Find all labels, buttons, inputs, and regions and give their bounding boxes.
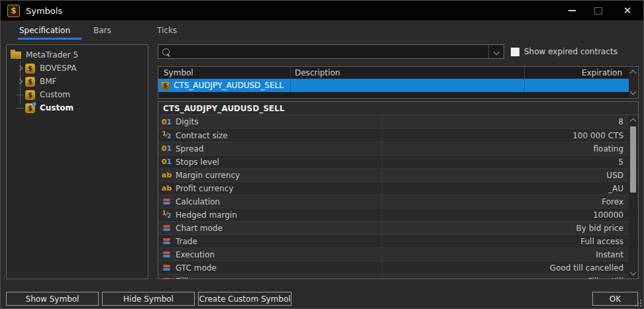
- spec-row[interactable]: CalculationForex: [158, 195, 638, 208]
- symbols-scrollbar[interactable]: [629, 67, 637, 97]
- property-value: floating: [593, 144, 623, 154]
- tree-item-label: Custom: [40, 90, 70, 99]
- numeric-icon: 01: [161, 157, 172, 167]
- property-name: Calculation: [176, 197, 220, 206]
- search-icon: [162, 48, 170, 56]
- column-header-symbol[interactable]: Symbol: [164, 68, 193, 77]
- spec-row[interactable]: 01Stops level5: [158, 155, 638, 168]
- property-value: _AU: [608, 184, 623, 193]
- ok-button[interactable]: OK: [592, 292, 638, 306]
- scroll-down-icon[interactable]: [630, 269, 637, 276]
- show-symbol-button[interactable]: Show Symbol: [6, 292, 99, 306]
- spec-row[interactable]: ExecutionInstant: [158, 247, 638, 261]
- tree-item[interactable]: $BOVESPA: [7, 62, 148, 75]
- enum-icon: [161, 237, 172, 246]
- tab-ticks[interactable]: Ticks: [157, 26, 177, 35]
- property-value: 100000: [593, 210, 623, 220]
- modified-dot: [32, 102, 36, 106]
- fraction-icon: 1⁄2: [161, 210, 172, 220]
- property-value: Instant: [596, 250, 623, 259]
- spec-row[interactable]: 01Spreadfloating: [158, 142, 638, 155]
- chevron-right-icon: [17, 79, 23, 84]
- symbol-search-combobox[interactable]: [158, 44, 504, 59]
- symbol-tree-panel: MetaTrader 5 $BOVESPA$BMF$Custom$Custom: [6, 44, 148, 279]
- dollar-symbol-icon: $: [25, 64, 35, 73]
- chevron-down-icon: [493, 48, 500, 55]
- column-header-expiration[interactable]: Expiration: [582, 68, 622, 77]
- property-value: Fill or Kill: [588, 277, 623, 279]
- dollar-symbol-icon: $: [25, 90, 35, 100]
- column-divider: [382, 248, 382, 261]
- hide-symbol-button[interactable]: Hide Symbol: [102, 292, 195, 306]
- spec-row[interactable]: Chart modeBy bid price: [158, 221, 638, 234]
- property-name: Contract size: [176, 131, 228, 140]
- scroll-up-icon[interactable]: [630, 70, 637, 77]
- spec-row[interactable]: 1⁄2Contract size100 000 CTS: [158, 128, 638, 142]
- tree-item[interactable]: $BMF: [7, 75, 148, 88]
- column-divider: [382, 129, 382, 142]
- property-name: Spread: [176, 144, 203, 154]
- spec-row[interactable]: GTC modeGood till cancelled: [158, 261, 638, 274]
- column-divider: [382, 275, 382, 279]
- close-icon: ✕: [623, 6, 632, 16]
- spec-row[interactable]: abMargin currencyUSD: [158, 168, 638, 181]
- tree-item-label: MetaTrader 5: [26, 50, 78, 60]
- app-dollar-icon: $: [7, 5, 20, 17]
- property-name: Hedged margin: [176, 210, 237, 220]
- column-divider: [382, 235, 382, 247]
- enum-icon: [161, 197, 172, 206]
- column-divider: [290, 79, 291, 92]
- fraction-icon: 1⁄2: [161, 131, 172, 140]
- property-value: 5: [618, 157, 623, 167]
- resize-grip-icon[interactable]: [640, 305, 641, 306]
- search-input[interactable]: [172, 45, 486, 58]
- column-divider: [382, 261, 382, 274]
- tree-item-metatrader5[interactable]: MetaTrader 5: [7, 48, 148, 62]
- tab-bars[interactable]: Bars: [93, 26, 111, 35]
- column-divider: [524, 79, 525, 92]
- tree-item-label: Custom: [40, 103, 74, 112]
- symbols-table-header: Symbol Description Expiration: [158, 67, 638, 79]
- enum-icon: [161, 250, 172, 259]
- tab-specification[interactable]: Specification: [19, 26, 70, 35]
- column-divider: [382, 155, 382, 168]
- column-divider: [290, 67, 291, 79]
- spec-row[interactable]: 01Digits8: [158, 115, 638, 128]
- spec-row[interactable]: FillingFill or Kill: [158, 274, 638, 279]
- column-divider: [382, 195, 382, 208]
- column-header-description[interactable]: Description: [295, 68, 340, 77]
- symbol-row[interactable]: $CTS_AUDJPY_AUDUSD_SELL: [158, 79, 629, 92]
- text-icon: ab: [161, 171, 172, 180]
- numeric-icon: 01: [161, 144, 172, 154]
- tree-item[interactable]: $Custom: [7, 88, 148, 101]
- property-name: Margin currency: [176, 171, 240, 180]
- dollar-symbol-icon: $: [25, 77, 35, 87]
- column-divider: [382, 182, 382, 195]
- show-expired-checkbox[interactable]: [511, 48, 519, 56]
- specification-title: CTS_AUDJPY_AUDUSD_SELL: [158, 102, 638, 115]
- property-name: Stops level: [176, 157, 219, 167]
- spec-row[interactable]: TradeFull access: [158, 234, 638, 247]
- spec-row[interactable]: 1⁄2Hedged margin100000: [158, 208, 638, 221]
- expand-icon[interactable]: [16, 79, 24, 83]
- property-value: USD: [606, 171, 623, 180]
- specification-scrollbar[interactable]: [629, 116, 637, 278]
- maximize-button[interactable]: [585, 1, 612, 21]
- close-button[interactable]: ✕: [612, 1, 643, 21]
- tree-item[interactable]: $Custom: [7, 101, 148, 114]
- scroll-up-icon[interactable]: [630, 118, 637, 125]
- search-dropdown-button[interactable]: [488, 45, 504, 58]
- show-expired-contracts[interactable]: Show expired contracts: [511, 46, 617, 58]
- expand-icon[interactable]: [16, 66, 24, 70]
- property-value: 100 000 CTS: [572, 131, 623, 140]
- create-custom-symbol-button[interactable]: Create Custom Symbol: [198, 292, 292, 306]
- spec-row[interactable]: abProfit currency_AU: [158, 181, 638, 195]
- text-icon: ab: [161, 184, 172, 193]
- minimize-button[interactable]: [559, 1, 585, 21]
- property-value: Good till cancelled: [550, 263, 623, 273]
- scroll-down-icon[interactable]: [630, 89, 637, 95]
- column-divider: [382, 142, 382, 155]
- property-value: By bid price: [576, 224, 623, 233]
- tree-item-label: BMF: [40, 77, 57, 86]
- scrollbar-thumb[interactable]: [630, 126, 636, 193]
